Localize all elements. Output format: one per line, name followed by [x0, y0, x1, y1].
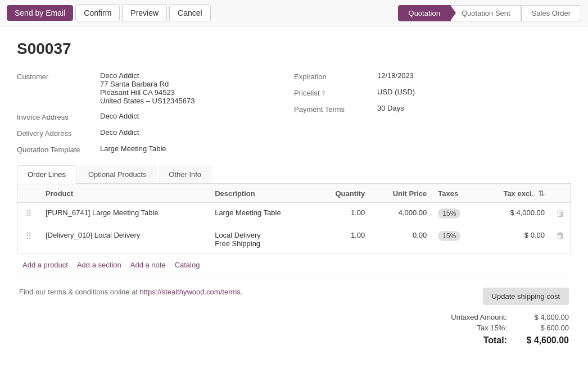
untaxed-amount-row: Untaxed Amount: $ 4,000.00 — [423, 313, 569, 321]
tax-value: $ 600.00 — [524, 324, 569, 332]
col-quantity: Quantity — [315, 184, 370, 203]
delivery-address-value: Deco Addict — [100, 128, 139, 137]
product-name-1: [FURN_6741] Large Meeting Table — [40, 203, 209, 225]
tab-optional-products[interactable]: Optional Products — [78, 165, 157, 183]
status-step-quotation-sent[interactable]: Quotation Sent — [451, 5, 521, 21]
col-unit-price: Unit Price — [370, 184, 432, 203]
update-shipping-button[interactable]: Update shipping cost — [483, 288, 569, 305]
status-bar: Quotation Quotation Sent Sales Order — [398, 5, 581, 21]
quantity-1: 1.00 — [315, 203, 370, 225]
delete-row-1-icon[interactable]: 🗑 — [556, 208, 565, 218]
terms-link[interactable]: https://stealthywood.com/terms. — [140, 288, 243, 296]
col-drag — [17, 184, 40, 203]
field-quotation-template: Quotation Template Large Meeting Table — [17, 144, 294, 154]
quick-actions: Add a product Add a section Add a note C… — [17, 254, 571, 276]
untaxed-label: Untaxed Amount: — [440, 313, 507, 321]
col-actions — [550, 184, 571, 203]
description-2: Local Delivery Free Shipping — [209, 225, 315, 254]
tabs: Order Lines Optional Products Other Info — [17, 165, 571, 184]
table-row: ⠿ [Delivery_010] Local Delivery Local De… — [17, 225, 571, 254]
expiration-value: 12/18/2023 — [377, 71, 414, 80]
field-expiration: Expiration 12/18/2023 — [294, 71, 571, 81]
customer-label: Customer — [17, 71, 96, 81]
delivery-address-label: Delivery Address — [17, 128, 96, 138]
payment-terms-value: 30 Days — [377, 104, 404, 112]
pricelist-help-icon[interactable]: ? — [322, 90, 325, 97]
summary-table: Untaxed Amount: $ 4,000.00 Tax 15%: $ 60… — [423, 313, 569, 346]
form-right: Expiration 12/18/2023 Pricelist ? USD (U… — [294, 71, 571, 154]
status-step-quotation[interactable]: Quotation — [398, 5, 451, 21]
summary-area: Update shipping cost Untaxed Amount: $ 4… — [423, 288, 569, 348]
invoice-address-value: Deco Addict — [100, 112, 139, 120]
taxes-1: 15% — [432, 203, 478, 225]
table-row: ⠿ [FURN_6741] Large Meeting Table Large … — [17, 203, 571, 225]
col-description: Description — [209, 184, 315, 203]
add-section-link[interactable]: Add a section — [77, 261, 121, 269]
toolbar: Send by Email Confirm Preview Cancel Quo… — [0, 0, 588, 26]
quantity-2: 1.00 — [315, 225, 370, 254]
tax-excl-1: $ 4,000.00 — [478, 203, 550, 225]
untaxed-value: $ 4,000.00 — [524, 313, 569, 321]
pricelist-label: Pricelist ? — [294, 88, 373, 97]
footer-area: Find our terms & conditions online at ht… — [17, 288, 571, 348]
tax-label: Tax 15%: — [440, 324, 507, 332]
catalog-link[interactable]: Catalog — [175, 261, 200, 269]
field-delivery-address: Delivery Address Deco Addict — [17, 128, 294, 138]
total-label: Total: — [440, 335, 507, 346]
expiration-label: Expiration — [294, 71, 373, 81]
main-content: S00037 Customer Deco Addict 77 Santa Bar… — [0, 26, 588, 361]
delete-2[interactable]: 🗑 — [550, 225, 571, 254]
unit-price-2: 0.00 — [370, 225, 432, 254]
field-customer: Customer Deco Addict 77 Santa Barbara Rd… — [17, 71, 294, 105]
send-email-button[interactable]: Send by Email — [7, 5, 73, 21]
field-invoice-address: Invoice Address Deco Addict — [17, 112, 294, 121]
quotation-template-value: Large Meeting Table — [100, 144, 166, 153]
delete-1[interactable]: 🗑 — [550, 203, 571, 225]
invoice-address-label: Invoice Address — [17, 112, 96, 121]
terms-text: Find our terms & conditions online at ht… — [19, 288, 242, 296]
add-note-link[interactable]: Add a note — [130, 261, 166, 269]
status-step-sales-order[interactable]: Sales Order — [521, 5, 581, 21]
quotation-template-label: Quotation Template — [17, 144, 96, 154]
adjust-columns-icon[interactable]: ⇅ — [538, 189, 545, 198]
total-row: Total: $ 4,600.00 — [423, 335, 569, 346]
order-table: Product Description Quantity Unit Price … — [17, 184, 571, 254]
field-pricelist: Pricelist ? USD (USD) — [294, 88, 571, 97]
pricelist-value: USD (USD) — [377, 88, 415, 96]
col-taxes: Taxes — [432, 184, 478, 203]
tax-row: Tax 15%: $ 600.00 — [423, 324, 569, 332]
payment-terms-label: Payment Terms — [294, 104, 373, 113]
col-tax-excl: Tax excl. ⇅ — [478, 184, 550, 203]
description-1: Large Meeting Table — [209, 203, 315, 225]
delete-row-2-icon[interactable]: 🗑 — [556, 231, 565, 240]
customer-value: Deco Addict 77 Santa Barbara Rd Pleasant… — [100, 71, 195, 105]
form-left: Customer Deco Addict 77 Santa Barbara Rd… — [17, 71, 294, 154]
preview-button[interactable]: Preview — [122, 4, 167, 21]
quotation-title: S00037 — [17, 40, 571, 58]
form-grid: Customer Deco Addict 77 Santa Barbara Rd… — [17, 71, 571, 154]
tax-excl-2: $ 0.00 — [478, 225, 550, 254]
cancel-button[interactable]: Cancel — [169, 4, 211, 21]
drag-handle-2[interactable]: ⠿ — [17, 225, 40, 254]
confirm-button[interactable]: Confirm — [75, 4, 120, 21]
taxes-2: 15% — [432, 225, 478, 254]
tab-order-lines[interactable]: Order Lines — [17, 165, 76, 184]
unit-price-1: 4,000.00 — [370, 203, 432, 225]
col-product: Product — [40, 184, 209, 203]
drag-handle-1[interactable]: ⠿ — [17, 203, 40, 225]
field-payment-terms: Payment Terms 30 Days — [294, 104, 571, 113]
tab-other-info[interactable]: Other Info — [158, 165, 212, 183]
product-name-2: [Delivery_010] Local Delivery — [40, 225, 209, 254]
total-value: $ 4,600.00 — [524, 335, 569, 346]
add-product-link[interactable]: Add a product — [22, 261, 68, 269]
